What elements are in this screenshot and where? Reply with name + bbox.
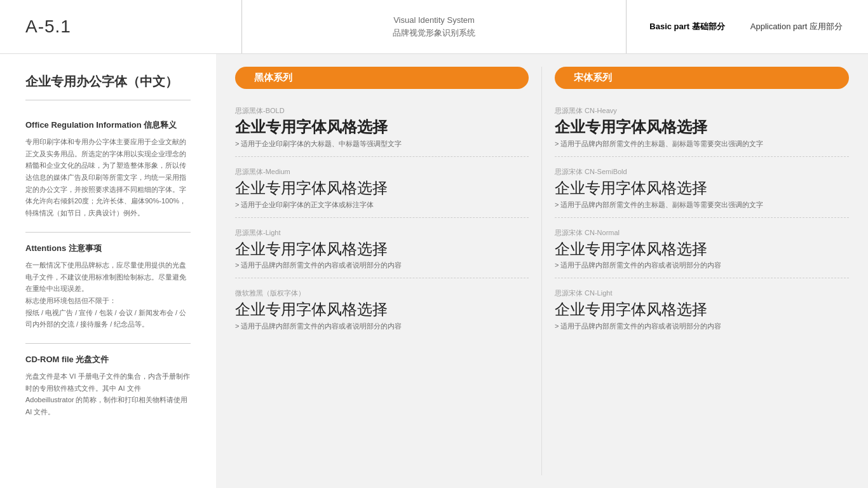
font-column-songti: 宋体系列 思源黑体 CN-Heavy 企业专用字体风格选择 > 适用于品牌内部所… (542, 67, 855, 475)
font-item-name-medium: 思源黑体-Medium (235, 167, 529, 177)
sidebar-section-body-3: 光盘文件是本 VI 手册电子文件的集合，内含手册制作时的专用软件格式文件。其中 … (25, 370, 191, 418)
vis-title-cn: 品牌视觉形象识别系统 (393, 27, 475, 39)
sidebar-main-title: 企业专用办公字体（中文） (25, 73, 191, 100)
font-item-desc-medium: > 适用于企业印刷字体的正文字体或标注字体 (235, 200, 529, 210)
font-item-medium: 思源黑体-Medium 企业专用字体风格选择 > 适用于企业印刷字体的正文字体或… (235, 159, 529, 218)
sidebar-divider-1 (25, 232, 191, 233)
font-item-demo-cn-heavy: 企业专用字体风格选择 (555, 118, 849, 137)
vis-title-en: Visual Identity System (393, 15, 475, 25)
sidebar-section-body-1: 专用印刷字体和专用办公字体主要应用于企业文献的正文及实务用品。所选定的字体用以实… (25, 136, 191, 219)
font-item-demo-cn-normal: 企业专用字体风格选择 (555, 240, 849, 259)
font-item-desc-yahei: > 适用于品牌内部所需文件的内容或者说明部分的内容 (235, 322, 529, 331)
sidebar-section-1: Office Regulation Information 信息释义 专用印刷字… (25, 119, 191, 219)
nav-application[interactable]: Application part 应用部分 (750, 21, 843, 32)
font-item-name-bold: 思源黑体-BOLD (235, 106, 529, 116)
header-left: A-5.1 (25, 17, 241, 37)
songti-header: 宋体系列 (555, 67, 849, 89)
sidebar: 企业专用办公字体（中文） Office Regulation Informati… (0, 54, 216, 488)
font-item-demo-light: 企业专用字体风格选择 (235, 240, 529, 259)
sidebar-section-title-2: Attentions 注意事项 (25, 243, 191, 254)
font-item-name-cn-semibold: 思源宋体 CN-SemiBold (555, 167, 849, 177)
font-item-demo-bold: 企业专用字体风格选择 (235, 118, 529, 137)
font-item-name-light: 思源黑体-Light (235, 228, 529, 238)
font-item-name-yahei: 微软雅黑（版权字体） (235, 288, 529, 298)
font-item-demo-cn-light: 企业专用字体风格选择 (555, 301, 849, 319)
font-item-demo-medium: 企业专用字体风格选择 (235, 179, 529, 198)
font-item-desc-cn-semibold: > 适用于品牌内部所需文件的主标题、副标题等需要突出强调的文字 (555, 200, 849, 210)
heiti-header: 黑体系列 (235, 67, 529, 89)
font-item-desc-bold: > 适用于企业印刷字体的大标题、中标题等强调型文字 (235, 139, 529, 149)
font-item-cn-heavy: 思源黑体 CN-Heavy 企业专用字体风格选择 > 适用于品牌内部所需文件的主… (555, 98, 849, 157)
font-item-demo-yahei: 企业专用字体风格选择 (235, 301, 529, 319)
main: 企业专用办公字体（中文） Office Regulation Informati… (0, 54, 868, 488)
font-item-light: 思源黑体-Light 企业专用字体风格选择 > 适用于品牌内部所需文件的内容或者… (235, 220, 529, 279)
font-item-demo-cn-semibold: 企业专用字体风格选择 (555, 179, 849, 198)
font-column-heiti: 黑体系列 思源黑体-BOLD 企业专用字体风格选择 > 适用于企业印刷字体的大标… (229, 67, 542, 475)
font-item-cn-light: 思源宋体 CN-Light 企业专用字体风格选择 > 适用于品牌内部所需文件的内… (555, 281, 849, 339)
font-item-cn-normal: 思源宋体 CN-Normal 企业专用字体风格选择 > 适用于品牌内部所需文件的… (555, 220, 849, 279)
header: A-5.1 Visual Identity System 品牌视觉形象识别系统 … (0, 0, 868, 54)
page-number: A-5.1 (25, 17, 241, 37)
sidebar-section-title-1: Office Regulation Information 信息释义 (25, 119, 191, 131)
nav-basic[interactable]: Basic part 基础部分 (649, 21, 724, 32)
sidebar-divider-2 (25, 343, 191, 344)
sidebar-section-2: Attentions 注意事项 在一般情况下使用品牌标志，应尽量使用提供的光盘电… (25, 243, 191, 330)
font-item-cn-semibold: 思源宋体 CN-SemiBold 企业专用字体风格选择 > 适用于品牌内部所需文… (555, 159, 849, 218)
sidebar-section-3: CD-ROM file 光盘文件 光盘文件是本 VI 手册电子文件的集合，内含手… (25, 354, 191, 418)
header-center: Visual Identity System 品牌视觉形象识别系统 (241, 0, 627, 53)
font-item-desc-light: > 适用于品牌内部所需文件的内容或者说明部分的内容 (235, 261, 529, 270)
font-item-name-cn-heavy: 思源黑体 CN-Heavy (555, 106, 849, 116)
font-item-bold: 思源黑体-BOLD 企业专用字体风格选择 > 适用于企业印刷字体的大标题、中标题… (235, 98, 529, 157)
sidebar-section-body-2: 在一般情况下使用品牌标志，应尽量使用提供的光盘电子文件，不建议使用标准制图绘制标… (25, 259, 191, 330)
font-item-name-cn-normal: 思源宋体 CN-Normal (555, 228, 849, 238)
font-item-desc-cn-normal: > 适用于品牌内部所需文件的内容或者说明部分的内容 (555, 261, 849, 270)
font-item-desc-cn-light: > 适用于品牌内部所需文件的内容或者说明部分的内容 (555, 322, 849, 331)
font-item-desc-cn-heavy: > 适用于品牌内部所需文件的主标题、副标题等需要突出强调的文字 (555, 139, 849, 149)
font-item-yahei: 微软雅黑（版权字体） 企业专用字体风格选择 > 适用于品牌内部所需文件的内容或者… (235, 281, 529, 339)
sidebar-section-title-3: CD-ROM file 光盘文件 (25, 354, 191, 365)
header-right: Basic part 基础部分 Application part 应用部分 (627, 21, 843, 32)
content: 黑体系列 思源黑体-BOLD 企业专用字体风格选择 > 适用于企业印刷字体的大标… (216, 54, 868, 488)
font-item-name-cn-light: 思源宋体 CN-Light (555, 288, 849, 298)
